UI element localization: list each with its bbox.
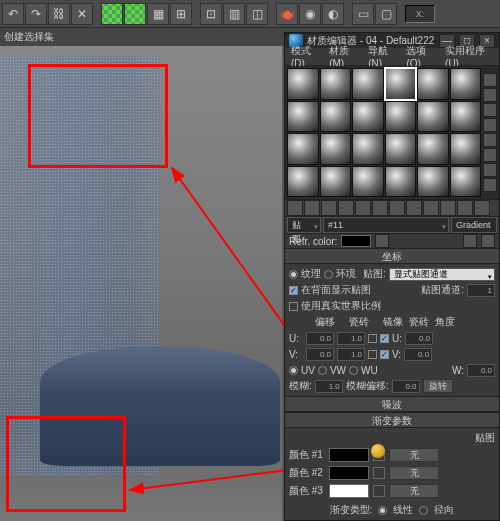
color1-map-button[interactable]: 无 [389,448,439,462]
tool-go-forward[interactable] [474,200,490,216]
color3-toggle[interactable] [373,485,385,497]
u-mirror[interactable] [368,334,377,343]
show-back-checkbox[interactable] [289,286,298,295]
sb-backlight[interactable] [483,88,497,102]
sample-slot-selected[interactable] [385,68,417,100]
sample-slot[interactable] [287,133,319,165]
sb-video[interactable] [483,148,497,162]
tb-settings[interactable]: ▭ [352,3,374,25]
tb-unlink[interactable]: ✕ [71,3,93,25]
uv-radio[interactable] [289,366,298,375]
v-offset[interactable]: 0.0 [306,348,334,361]
tb-tex1[interactable] [101,3,123,25]
tb-mat[interactable]: ▦ [147,3,169,25]
sample-slot[interactable] [450,133,482,165]
sample-slot[interactable] [320,101,352,133]
map-channel-dropdown[interactable]: 显式贴图通道▾ [389,268,495,281]
sample-slot[interactable] [385,133,417,165]
map-slot-dropdown[interactable]: 贴图▾ [287,217,321,233]
tb-box[interactable]: ◫ [246,3,268,25]
tb-ortho[interactable]: ⊡ [200,3,222,25]
sample-slot[interactable] [320,68,352,100]
tool-show-end[interactable] [440,200,456,216]
viewport[interactable] [0,46,282,521]
u-tile[interactable]: 1.0 [337,332,365,345]
sample-slot[interactable] [352,133,384,165]
tb-render2[interactable]: ◉ [299,3,321,25]
tool-show-map[interactable] [423,200,439,216]
sb-select[interactable] [483,178,497,192]
tb-undo[interactable]: ↶ [2,3,24,25]
sample-slot[interactable] [417,68,449,100]
tb-snap[interactable]: ⊞ [170,3,192,25]
copy-icon[interactable] [463,234,477,248]
sb-uv[interactable] [483,133,497,147]
noise-header[interactable]: 噪波 [285,396,499,412]
sample-slot[interactable] [352,101,384,133]
refr-color-swatch[interactable] [341,235,371,247]
tb-grid[interactable]: ▥ [223,3,245,25]
eyedropper-icon[interactable] [375,234,389,248]
tool-get[interactable] [287,200,303,216]
blur-offset-spinner[interactable]: 0.0 [392,380,420,393]
u-tile-chk[interactable] [380,334,389,343]
coords-header[interactable]: 坐标 [285,248,499,264]
sample-slot[interactable] [450,68,482,100]
u-offset[interactable]: 0.0 [306,332,334,345]
tool-put-lib[interactable] [389,200,405,216]
v-angle[interactable]: 0.0 [404,348,432,361]
sample-slot[interactable] [320,166,352,198]
color2-toggle[interactable] [373,467,385,479]
tb-link[interactable]: ⛓ [48,3,70,25]
sb-pattern[interactable] [483,118,497,132]
gradient-params-header[interactable]: 渐变参数 [285,412,499,428]
real-world-checkbox[interactable] [289,302,298,311]
v-tile-chk[interactable] [380,350,389,359]
map-channel-spinner[interactable]: 1 [467,284,495,297]
color2-map-button[interactable]: 无 [389,466,439,480]
texture-radio[interactable] [289,270,298,279]
blur-spinner[interactable]: 1.0 [315,380,343,393]
sample-slot[interactable] [287,68,319,100]
color3-swatch[interactable] [329,484,369,498]
sample-slot[interactable] [417,166,449,198]
map-type-button[interactable]: Gradient [451,217,497,233]
tool-assign[interactable] [321,200,337,216]
sample-slot[interactable] [385,166,417,198]
sample-slot[interactable] [417,133,449,165]
tool-make-unique[interactable] [372,200,388,216]
env-radio[interactable] [324,270,333,279]
wu-radio[interactable] [349,366,358,375]
w-angle[interactable]: 0.0 [467,364,495,377]
color1-swatch[interactable] [329,448,369,462]
x-field[interactable]: X: [405,5,435,23]
rotate-button[interactable]: 旋转 [423,379,453,393]
sample-slot[interactable] [352,166,384,198]
sample-slot[interactable] [450,101,482,133]
tb-tex2[interactable] [124,3,146,25]
tool-copy[interactable] [355,200,371,216]
vw-radio[interactable] [318,366,327,375]
sb-sample-type[interactable] [483,73,497,87]
sample-slot[interactable] [287,101,319,133]
tb-render[interactable]: 🫖 [276,3,298,25]
linear-radio[interactable] [378,506,387,515]
sample-slot[interactable] [450,166,482,198]
u-angle[interactable]: 0.0 [405,332,433,345]
sample-slot[interactable] [417,101,449,133]
sample-slot[interactable] [385,101,417,133]
sample-slot[interactable] [320,133,352,165]
color3-map-button[interactable]: 无 [389,484,439,498]
tb-redo[interactable]: ↷ [25,3,47,25]
color2-swatch[interactable] [329,466,369,480]
map-name-field[interactable]: #11▾ [323,217,449,233]
tb-cam[interactable]: ▢ [375,3,397,25]
tool-effects[interactable] [406,200,422,216]
v-mirror[interactable] [368,350,377,359]
tool-go-parent[interactable] [457,200,473,216]
tb-light[interactable]: ◐ [322,3,344,25]
sample-slot[interactable] [352,68,384,100]
radial-radio[interactable] [419,506,428,515]
sb-options[interactable] [483,163,497,177]
tool-reset[interactable] [338,200,354,216]
